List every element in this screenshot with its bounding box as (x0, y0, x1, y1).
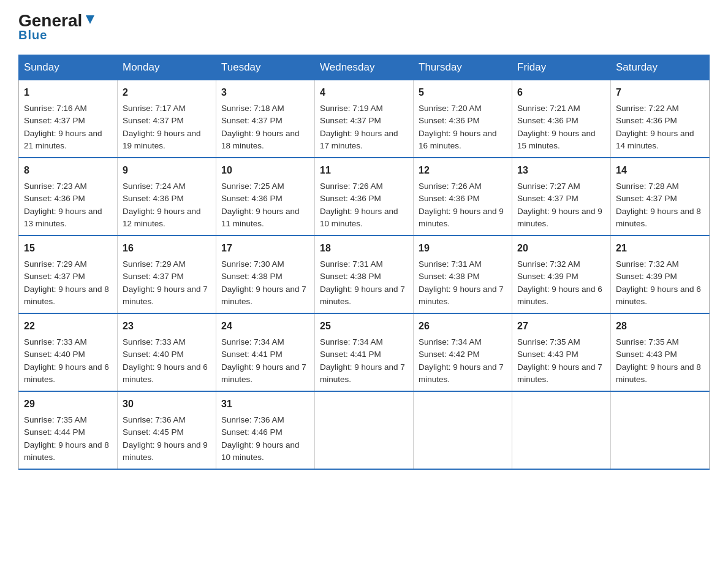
calendar-cell: 12Sunrise: 7:26 AMSunset: 4:36 PMDayligh… (414, 158, 512, 236)
sunset-info: Sunset: 4:36 PM (123, 194, 184, 203)
day-number: 6 (517, 85, 605, 100)
calendar-cell: 24Sunrise: 7:34 AMSunset: 4:41 PMDayligh… (216, 313, 315, 391)
calendar-cell: 22Sunrise: 7:33 AMSunset: 4:40 PMDayligh… (19, 313, 118, 391)
calendar-week-row: 22Sunrise: 7:33 AMSunset: 4:40 PMDayligh… (19, 313, 710, 391)
day-number: 2 (123, 85, 211, 100)
daylight-info: Daylight: 9 hours and 8 minutes. (24, 440, 109, 462)
calendar-week-row: 1Sunrise: 7:16 AMSunset: 4:37 PMDaylight… (19, 80, 710, 158)
sunrise-info: Sunrise: 7:25 AM (221, 182, 284, 191)
day-number: 13 (517, 163, 605, 178)
sunrise-info: Sunrise: 7:18 AM (221, 104, 284, 113)
sunrise-info: Sunrise: 7:32 AM (616, 259, 679, 269)
day-number: 19 (419, 241, 507, 256)
day-number: 7 (616, 85, 704, 100)
daylight-info: Daylight: 9 hours and 16 minutes. (419, 129, 497, 150)
daylight-info: Daylight: 9 hours and 7 minutes. (221, 362, 306, 384)
daylight-info: Daylight: 9 hours and 7 minutes. (320, 362, 405, 384)
calendar-cell: 21Sunrise: 7:32 AMSunset: 4:39 PMDayligh… (611, 236, 710, 313)
calendar-cell: 10Sunrise: 7:25 AMSunset: 4:36 PMDayligh… (216, 158, 315, 236)
calendar-cell: 8Sunrise: 7:23 AMSunset: 4:36 PMDaylight… (19, 158, 118, 236)
daylight-info: Daylight: 9 hours and 15 minutes. (517, 129, 596, 150)
daylight-info: Daylight: 9 hours and 19 minutes. (123, 129, 201, 150)
calendar-cell: 31Sunrise: 7:36 AMSunset: 4:46 PMDayligh… (216, 391, 315, 469)
svg-marker-0 (86, 15, 94, 24)
calendar-cell: 14Sunrise: 7:28 AMSunset: 4:37 PMDayligh… (611, 158, 710, 236)
sunset-info: Sunset: 4:36 PM (419, 116, 480, 125)
calendar-cell: 28Sunrise: 7:35 AMSunset: 4:43 PMDayligh… (611, 313, 710, 391)
day-number: 14 (616, 163, 704, 178)
calendar-cell: 20Sunrise: 7:32 AMSunset: 4:39 PMDayligh… (512, 236, 611, 313)
header-wednesday: Wednesday (315, 55, 414, 80)
sunset-info: Sunset: 4:37 PM (123, 272, 184, 281)
sunrise-info: Sunrise: 7:34 AM (221, 337, 284, 347)
page-header: General Blue (18, 12, 710, 42)
sunset-info: Sunset: 4:41 PM (221, 350, 282, 359)
sunset-info: Sunset: 4:37 PM (517, 194, 578, 203)
day-number: 17 (221, 241, 309, 256)
calendar-cell: 2Sunrise: 7:17 AMSunset: 4:37 PMDaylight… (118, 80, 216, 158)
sunset-info: Sunset: 4:43 PM (517, 350, 578, 359)
daylight-info: Daylight: 9 hours and 14 minutes. (616, 129, 694, 150)
calendar-cell (414, 391, 512, 469)
daylight-info: Daylight: 9 hours and 7 minutes. (419, 362, 504, 384)
sunset-info: Sunset: 4:45 PM (123, 427, 184, 437)
calendar-week-row: 15Sunrise: 7:29 AMSunset: 4:37 PMDayligh… (19, 236, 710, 313)
calendar-cell: 11Sunrise: 7:26 AMSunset: 4:36 PMDayligh… (315, 158, 414, 236)
calendar-cell: 30Sunrise: 7:36 AMSunset: 4:45 PMDayligh… (118, 391, 216, 469)
calendar-cell: 7Sunrise: 7:22 AMSunset: 4:36 PMDaylight… (611, 80, 710, 158)
sunrise-info: Sunrise: 7:32 AM (517, 259, 580, 269)
calendar-cell: 4Sunrise: 7:19 AMSunset: 4:37 PMDaylight… (315, 80, 414, 158)
day-number: 20 (517, 241, 605, 256)
sunset-info: Sunset: 4:37 PM (221, 116, 282, 125)
sunset-info: Sunset: 4:36 PM (320, 194, 381, 203)
day-number: 31 (221, 397, 309, 412)
sunset-info: Sunset: 4:37 PM (320, 116, 381, 125)
logo-blue: Blue (18, 28, 97, 42)
header-friday: Friday (512, 55, 611, 80)
logo: General Blue (18, 12, 97, 42)
sunset-info: Sunset: 4:36 PM (221, 194, 282, 203)
sunrise-info: Sunrise: 7:27 AM (517, 182, 580, 191)
daylight-info: Daylight: 9 hours and 7 minutes. (517, 362, 602, 384)
sunset-info: Sunset: 4:40 PM (123, 350, 184, 359)
sunset-info: Sunset: 4:39 PM (517, 272, 578, 281)
daylight-info: Daylight: 9 hours and 6 minutes. (123, 362, 208, 384)
calendar-cell: 9Sunrise: 7:24 AMSunset: 4:36 PMDaylight… (118, 158, 216, 236)
calendar-cell: 27Sunrise: 7:35 AMSunset: 4:43 PMDayligh… (512, 313, 611, 391)
day-number: 5 (419, 85, 507, 100)
sunset-info: Sunset: 4:37 PM (123, 116, 184, 125)
calendar-cell (611, 391, 710, 469)
sunset-info: Sunset: 4:44 PM (24, 427, 85, 437)
sunset-info: Sunset: 4:46 PM (221, 427, 282, 437)
day-number: 10 (221, 163, 309, 178)
sunset-info: Sunset: 4:36 PM (24, 194, 85, 203)
calendar-cell: 25Sunrise: 7:34 AMSunset: 4:41 PMDayligh… (315, 313, 414, 391)
calendar-cell: 18Sunrise: 7:31 AMSunset: 4:38 PMDayligh… (315, 236, 414, 313)
sunrise-info: Sunrise: 7:34 AM (320, 337, 383, 347)
day-number: 26 (419, 319, 507, 334)
sunset-info: Sunset: 4:38 PM (320, 272, 381, 281)
header-tuesday: Tuesday (216, 55, 315, 80)
day-number: 23 (123, 319, 211, 334)
sunrise-info: Sunrise: 7:31 AM (320, 259, 383, 269)
day-number: 24 (221, 319, 309, 334)
day-number: 27 (517, 319, 605, 334)
calendar-cell: 19Sunrise: 7:31 AMSunset: 4:38 PMDayligh… (414, 236, 512, 313)
day-number: 15 (24, 241, 112, 256)
day-number: 28 (616, 319, 704, 334)
day-number: 16 (123, 241, 211, 256)
sunset-info: Sunset: 4:40 PM (24, 350, 85, 359)
header-monday: Monday (118, 55, 216, 80)
calendar-cell: 23Sunrise: 7:33 AMSunset: 4:40 PMDayligh… (118, 313, 216, 391)
daylight-info: Daylight: 9 hours and 13 minutes. (24, 207, 102, 228)
day-number: 30 (123, 397, 211, 412)
daylight-info: Daylight: 9 hours and 7 minutes. (419, 285, 504, 306)
sunrise-info: Sunrise: 7:33 AM (123, 337, 186, 347)
header-thursday: Thursday (414, 55, 512, 80)
calendar-table: SundayMondayTuesdayWednesdayThursdayFrid… (18, 55, 710, 470)
day-number: 12 (419, 163, 507, 178)
sunrise-info: Sunrise: 7:21 AM (517, 104, 580, 113)
sunrise-info: Sunrise: 7:35 AM (24, 415, 87, 424)
daylight-info: Daylight: 9 hours and 12 minutes. (123, 207, 201, 228)
daylight-info: Daylight: 9 hours and 7 minutes. (123, 285, 208, 306)
